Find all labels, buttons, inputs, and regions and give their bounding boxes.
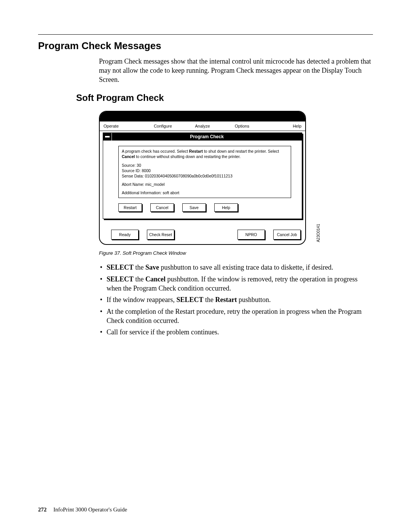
npro-button[interactable]: NPRO — [237, 230, 265, 240]
list-item: SELECT the Cancel pushbutton. If the win… — [106, 275, 373, 293]
help-button[interactable]: Help — [214, 203, 238, 212]
list-item: SELECT the Save pushbutton to save all e… — [106, 263, 373, 272]
figure-37: Operate Configure Analyze Options Help P… — [99, 111, 312, 245]
menu-configure[interactable]: Configure — [143, 124, 183, 128]
program-check-window: Program Check A program check has occure… — [103, 133, 302, 219]
figure-code: A23O0141 — [316, 224, 320, 242]
list-item: At the completion of the Restart procedu… — [106, 307, 373, 326]
figure-caption: Figure 37. Soft Program Check Window — [99, 250, 373, 256]
abort-name: Abort Name: mic_model — [122, 182, 288, 187]
ready-button[interactable]: Ready — [111, 230, 139, 240]
window-title: Program Check — [112, 133, 302, 141]
touchscreen-frame: Operate Configure Analyze Options Help P… — [99, 111, 306, 245]
intro-paragraph: Program Check messages show that the int… — [38, 57, 373, 84]
system-menu-icon[interactable] — [103, 133, 112, 141]
screen-top-bezel — [100, 112, 305, 121]
menu-options[interactable]: Options — [222, 124, 262, 128]
list-item: If the window reappears, SELECT the Rest… — [106, 295, 373, 304]
menu-analyze[interactable]: Analyze — [183, 124, 222, 128]
save-button[interactable]: Save — [182, 203, 206, 212]
cancel-job-button[interactable]: Cancel Job — [273, 230, 301, 240]
additional-info: Additional Information: soft abort — [122, 190, 288, 195]
menu-operate[interactable]: Operate — [104, 124, 143, 128]
instruction-list: SELECT the Save pushbutton to save all e… — [99, 263, 373, 337]
source-info: Source: 30 Source ID: 8000 Sense Data: 0… — [122, 163, 288, 179]
page-footer: 272 InfoPrint 3000 Operator's Guide — [38, 506, 127, 513]
book-title: InfoPrint 3000 Operator's Guide — [53, 506, 127, 513]
top-rule — [38, 34, 373, 35]
restart-button[interactable]: Restart — [118, 203, 142, 212]
window-titlebar: Program Check — [103, 133, 302, 141]
menu-help[interactable]: Help — [262, 124, 301, 128]
message-content: A program check has occured. Select Rest… — [118, 146, 291, 198]
list-item: Call for service if the problem continue… — [106, 328, 373, 337]
subsection-title: Soft Program Check — [38, 93, 373, 103]
message-text: A program check has occured. Select Rest… — [122, 149, 288, 159]
check-reset-button[interactable]: Check Reset — [147, 230, 174, 240]
section-title: Program Check Messages — [38, 40, 373, 52]
main-button-row: Ready Check Reset NPRO Cancel Job — [100, 219, 305, 244]
cancel-button[interactable]: Cancel — [150, 203, 174, 212]
page-number: 272 — [38, 506, 47, 513]
dialog-button-row: Restart Cancel Save Help — [103, 200, 302, 219]
menubar: Operate Configure Analyze Options Help — [100, 121, 305, 131]
